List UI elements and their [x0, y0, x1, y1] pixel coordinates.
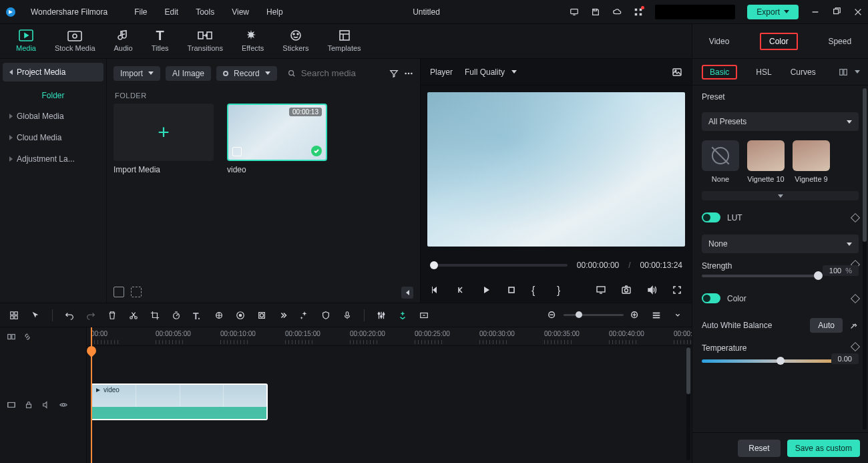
menu-edit[interactable]: Edit	[165, 7, 179, 17]
lut-dropdown[interactable]: None	[702, 235, 859, 253]
new-bin-icon[interactable]	[131, 287, 142, 297]
apps-icon[interactable]	[634, 7, 643, 17]
module-titles[interactable]: TTitles	[152, 28, 169, 52]
zoom-out-icon[interactable]	[548, 311, 557, 320]
save-icon[interactable]	[591, 7, 600, 17]
new-folder-icon[interactable]	[114, 287, 124, 297]
strength-value[interactable]: 100%	[823, 265, 859, 276]
pointer-icon[interactable]	[31, 311, 40, 320]
link-icon[interactable]	[23, 332, 32, 341]
audio-mixer-icon[interactable]	[377, 311, 386, 320]
export-button[interactable]: Export	[747, 5, 799, 19]
window-minimize-icon[interactable]	[811, 7, 820, 17]
menu-help[interactable]: Help	[266, 7, 283, 17]
lut-toggle[interactable]	[702, 212, 720, 222]
play-icon[interactable]	[481, 285, 491, 295]
text-tool-icon[interactable]: T.	[193, 311, 202, 320]
chevron-down-icon[interactable]	[855, 70, 860, 73]
mute-icon[interactable]	[41, 400, 51, 410]
inspector-scrollbar[interactable]	[863, 88, 867, 430]
window-maximize-icon[interactable]	[832, 7, 841, 17]
media-clip[interactable]: 00:00:13 video	[227, 104, 327, 174]
ai-image-button[interactable]: AI Image	[166, 66, 211, 81]
subtab-basic[interactable]: Basic	[702, 65, 737, 80]
timeline-tracks[interactable]: 00:0000:00:05:0000:00:10:0000:00:15:0000…	[87, 327, 692, 463]
compare-icon[interactable]	[839, 67, 848, 77]
keyframe-icon[interactable]	[851, 293, 860, 303]
timeline-sync-icon[interactable]	[7, 332, 16, 341]
auto-button[interactable]: Auto	[810, 318, 843, 333]
tab-color[interactable]: Color	[760, 33, 798, 50]
track-options-icon[interactable]	[673, 311, 682, 320]
undo-icon[interactable]	[65, 311, 74, 320]
keyframe-icon[interactable]	[851, 212, 860, 222]
keyframe-icon[interactable]	[851, 342, 860, 351]
filter-icon[interactable]	[389, 69, 399, 78]
subtab-curves[interactable]: Curves	[791, 67, 816, 77]
presets-dropdown[interactable]: All Presets	[702, 112, 859, 131]
sidebar-adjustment-layer[interactable]: Adjustment La...	[3, 150, 103, 168]
track-view-icon[interactable]	[652, 311, 661, 320]
color-tool-icon[interactable]	[236, 311, 245, 320]
eyedropper-icon[interactable]	[849, 321, 859, 330]
keyframe-tool-icon[interactable]	[214, 311, 224, 320]
tab-video[interactable]: Video	[706, 33, 732, 50]
preview-scrubber[interactable]	[430, 264, 568, 267]
preview-viewport[interactable]	[427, 92, 685, 247]
zoom-in-icon[interactable]	[630, 311, 640, 320]
lock-icon[interactable]	[24, 400, 33, 410]
voiceover-icon[interactable]	[343, 311, 352, 320]
window-close-icon[interactable]	[853, 7, 863, 17]
import-dropdown[interactable]: Import	[114, 66, 160, 81]
ai-tool-icon[interactable]	[300, 311, 309, 320]
save-custom-button[interactable]: Save as custom	[787, 440, 860, 457]
menu-view[interactable]: View	[232, 7, 249, 17]
module-templates[interactable]: Templates	[327, 28, 361, 52]
grid-icon[interactable]	[9, 311, 19, 320]
presets-expand[interactable]	[702, 191, 859, 200]
quality-dropdown[interactable]: Full Quality	[465, 67, 517, 77]
fullscreen-icon[interactable]	[672, 285, 682, 295]
color-toggle[interactable]	[702, 293, 720, 303]
sidebar-folder[interactable]: Folder	[3, 84, 103, 107]
mask-tool-icon[interactable]	[257, 311, 266, 320]
speed-tool-icon[interactable]	[172, 311, 181, 320]
screen-icon[interactable]	[570, 7, 579, 17]
mark-out-icon[interactable]: }	[557, 285, 568, 295]
playhead[interactable]	[91, 327, 92, 463]
tab-speed[interactable]: Speed	[825, 33, 854, 50]
menu-file[interactable]: File	[134, 7, 147, 17]
zoom-slider[interactable]	[564, 314, 624, 316]
snapshot-icon[interactable]	[621, 285, 632, 295]
import-media-card[interactable]: + Import Media	[114, 104, 214, 174]
delete-icon[interactable]	[107, 311, 117, 320]
module-media[interactable]: Media	[16, 28, 36, 52]
sidebar-project-media[interactable]: Project Media	[3, 63, 103, 82]
more-icon[interactable]	[404, 69, 413, 78]
player-label[interactable]: Player	[430, 67, 453, 77]
snapshot-settings-icon[interactable]	[672, 67, 682, 78]
volume-icon[interactable]	[646, 285, 657, 295]
sidebar-cloud-media[interactable]: Cloud Media	[3, 128, 103, 147]
step-back-icon[interactable]	[455, 285, 466, 295]
visibility-icon[interactable]	[59, 400, 68, 410]
timeline-scrollbar[interactable]	[686, 346, 690, 460]
timeline-ruler[interactable]: 00:0000:00:05:0000:00:10:0000:00:15:0000…	[87, 327, 692, 346]
strength-slider[interactable]	[702, 275, 819, 277]
preset-vignette9[interactable]: Vignette 9	[793, 140, 830, 183]
mark-in-icon[interactable]: {	[531, 285, 542, 295]
collapse-sidebar-button[interactable]	[401, 287, 413, 299]
split-icon[interactable]	[129, 311, 138, 320]
timeline-clip[interactable]: video	[91, 383, 268, 420]
render-icon[interactable]	[419, 311, 429, 320]
prev-frame-icon[interactable]	[430, 285, 441, 295]
cloud-icon[interactable]	[612, 7, 622, 17]
more-tools-icon[interactable]	[278, 311, 288, 320]
search-media[interactable]	[282, 65, 384, 81]
module-stock[interactable]: Stock Media	[55, 28, 95, 52]
module-audio[interactable]: Audio	[114, 28, 133, 52]
display-icon[interactable]	[596, 285, 606, 295]
subtab-hsl[interactable]: HSL	[756, 67, 771, 77]
preset-vignette10[interactable]: Vignette 10	[747, 140, 785, 183]
reset-button[interactable]: Reset	[738, 440, 780, 457]
